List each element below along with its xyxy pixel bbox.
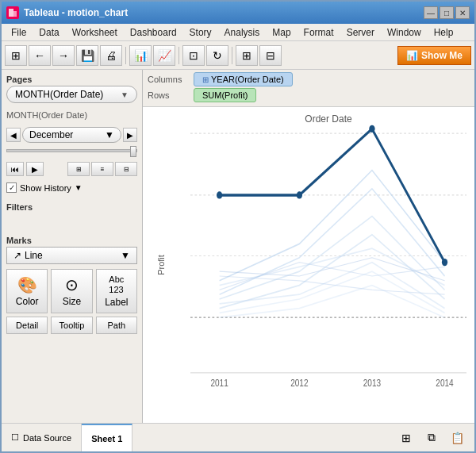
checkbox-check: ✓ [9,183,15,192]
duplicate-sheet-btn[interactable]: ⧉ [420,427,443,449]
show-me-label: Show Me [421,50,463,61]
data-source-tab[interactable]: ☐ Data Source [2,424,82,451]
menu-help[interactable]: Help [428,25,460,40]
title-bar: Tableau - motion_chart — □ ✕ [2,2,474,24]
app-window: Tableau - motion_chart — □ ✕ File Data W… [0,0,476,453]
rows-label: Rows [148,90,189,100]
close-button[interactable]: ✕ [455,6,470,19]
marks-color-btn[interactable]: 🎨 Color [6,269,48,313]
month-dropdown-arrow: ▼ [105,129,114,140]
toolbar-sep-1 [125,47,126,64]
svg-text:2012: 2012 [290,378,308,388]
show-history-checkbox[interactable]: ✓ [6,182,17,193]
toolbar: ⊞ ← → 💾 🖨 📊 📈 ⊡ ↻ ⊞ ⊟ 📊 Show Me [2,41,474,70]
left-panel: Pages MONTH(Order Date) ▼ MONTH(Order Da… [2,70,143,423]
columns-label: Columns [148,75,189,84]
toolbar-layout2-btn[interactable]: ⊟ [259,45,282,66]
marks-path-btn[interactable]: Path [96,317,137,334]
toolbar-filter-btn[interactable]: ⊡ [182,45,205,66]
month-prev-btn[interactable]: ◀ [6,128,21,142]
month-slider[interactable] [6,149,137,152]
svg-point-18 [442,259,447,266]
data-source-icon: ☐ [11,432,19,443]
marks-type-dropdown[interactable]: ↗ Line ▼ [6,247,137,264]
list-view-btn[interactable]: ≡ [91,162,113,176]
app-icon [6,6,19,19]
menu-worksheet[interactable]: Worksheet [66,25,124,40]
month-dropdown[interactable]: December ▼ [22,127,121,143]
svg-text:2014: 2014 [436,378,454,388]
main-content: Pages MONTH(Order Date) ▼ MONTH(Order Da… [2,70,474,423]
svg-text:2011: 2011 [210,378,228,388]
marks-label-label: Label [105,297,128,308]
pages-label: Pages [6,75,137,84]
svg-text:2013: 2013 [363,378,381,388]
show-history-row: ✓ Show History ▼ [6,182,137,193]
sheet1-label: Sheet 1 [91,434,122,443]
marks-size-btn[interactable]: ⊙ Size [51,269,92,313]
marks-color-icon: 🎨 [17,275,37,294]
new-datasource-btn[interactable]: ⊞ [395,427,417,449]
chart-container: Order Date Profit $15,000 $10,000 $5,000… [143,107,474,423]
marks-detail-btn[interactable]: Detail [6,317,48,334]
new-sheet-btn[interactable]: 📋 [446,427,468,449]
toolbar-grid-btn[interactable]: ⊞ [5,45,27,66]
marks-size-icon: ⊙ [65,275,79,294]
show-me-chart-icon: 📊 [406,50,418,61]
marks-label-icon: Abc123 [109,274,124,295]
toolbar-forward-btn[interactable]: → [52,45,75,66]
pages-dropdown-value: MONTH(Order Date) [15,89,103,100]
pages-section: Pages MONTH(Order Date) ▼ [6,75,137,103]
toolbar-refresh-btn[interactable]: ↻ [206,45,228,66]
toolbar-chart-btn[interactable]: 📊 [129,45,152,66]
svg-point-15 [217,191,222,198]
toolbar-print-btn[interactable]: 🖨 [100,45,122,66]
menu-file[interactable]: File [5,25,33,40]
columns-pill[interactable]: ⊞ YEAR(Order Date) [194,72,293,86]
marks-label-btn[interactable]: Abc123 Label [96,269,137,313]
menu-window[interactable]: Window [381,25,428,40]
minimize-button[interactable]: — [424,6,438,19]
pages-dropdown-arrow: ▼ [121,90,129,99]
columns-pill-value: YEAR(Order Date) [211,75,284,84]
menu-bar: File Data Worksheet Dashboard Story Anal… [2,24,474,41]
marks-bottom-row: Detail Tooltip Path [6,317,137,334]
menu-analysis[interactable]: Analysis [218,25,267,40]
marks-size-label: Size [63,296,81,307]
maximize-button[interactable]: □ [440,6,454,19]
svg-point-17 [369,125,374,132]
toolbar-layout-btn[interactable]: ⊞ [236,45,258,66]
sheet1-tab[interactable]: Sheet 1 [82,424,132,451]
month-next-btn[interactable]: ▶ [123,128,137,142]
shelf-area: Columns ⊞ YEAR(Order Date) Rows SUM(Prof… [143,70,474,107]
detail-view-btn[interactable]: ⊟ [115,162,137,176]
menu-data[interactable]: Data [33,25,65,40]
marks-dropdown-arrow: ▼ [121,250,130,261]
menu-format[interactable]: Format [298,25,340,40]
toolbar-back-btn[interactable]: ← [29,45,51,66]
chart-title: Order Date [190,113,466,125]
toolbar-save-btn[interactable]: 💾 [76,45,98,66]
pages-dropdown[interactable]: MONTH(Order Date) ▼ [6,86,137,103]
rows-pill-value: SUM(Profit) [202,90,248,100]
month-label-row: MONTH(Order Date) [6,109,137,121]
menu-story[interactable]: Story [183,25,218,40]
show-history-dropdown-arrow: ▼ [75,183,83,192]
play-btn[interactable]: ▶ [26,162,44,176]
menu-map[interactable]: Map [266,25,297,40]
marks-buttons-grid: 🎨 Color ⊙ Size Abc123 Label [6,269,137,313]
toolbar-chart2-btn[interactable]: 📈 [153,45,175,66]
menu-server[interactable]: Server [340,25,381,40]
marks-tooltip-btn[interactable]: Tooltip [51,317,92,334]
menu-dashboard[interactable]: Dashboard [124,25,183,40]
show-history-label: Show History [20,183,71,193]
grid-view-btn[interactable]: ⊞ [67,162,90,176]
show-me-button[interactable]: 📊 Show Me [397,46,471,65]
marks-label: Marks [6,236,137,245]
rows-pill[interactable]: SUM(Profit) [194,88,256,102]
marks-line-icon: ↗ [13,250,21,261]
status-bar: ☐ Data Source Sheet 1 ⊞ ⧉ 📋 [2,423,474,451]
rewind-btn[interactable]: ⏮ [6,162,24,176]
playback-controls: ⏮ ▶ ⊞ ≡ ⊟ [6,162,137,176]
slider-thumb[interactable] [130,146,136,157]
